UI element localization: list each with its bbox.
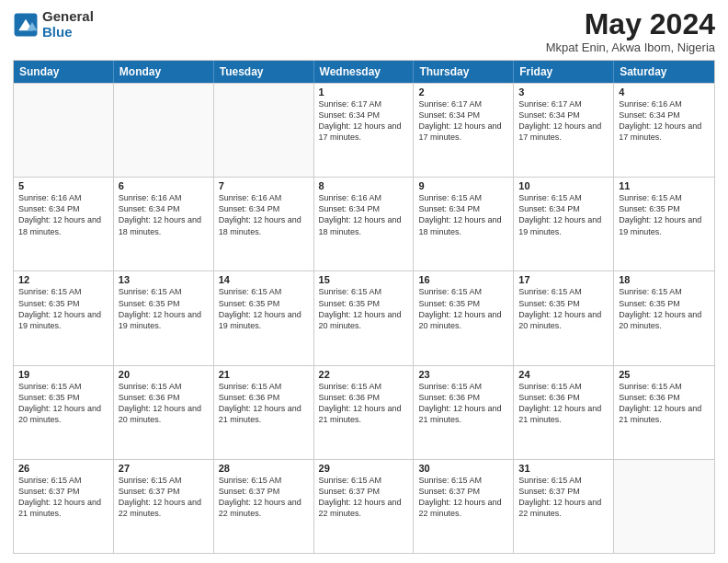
calendar-cell-2: 2Sunrise: 6:17 AM Sunset: 6:34 PM Daylig…	[414, 84, 514, 177]
day-info: Sunrise: 6:15 AM Sunset: 6:35 PM Dayligh…	[119, 286, 209, 331]
logo-blue: Blue	[42, 25, 94, 40]
day-info: Sunrise: 6:15 AM Sunset: 6:36 PM Dayligh…	[518, 381, 609, 426]
day-number: 14	[219, 274, 309, 285]
day-info: Sunrise: 6:17 AM Sunset: 6:34 PM Dayligh…	[518, 98, 609, 144]
day-number: 6	[119, 180, 209, 191]
day-number: 17	[518, 274, 609, 285]
day-number: 12	[18, 274, 108, 285]
day-number: 31	[518, 463, 609, 474]
calendar-header-saturday: Saturday	[614, 61, 714, 83]
calendar-cell-30: 30Sunrise: 6:15 AM Sunset: 6:37 PM Dayli…	[414, 460, 514, 553]
calendar-cell-20: 20Sunrise: 6:15 AM Sunset: 6:36 PM Dayli…	[114, 366, 214, 459]
logo-icon	[13, 12, 39, 38]
calendar-cell-16: 16Sunrise: 6:15 AM Sunset: 6:35 PM Dayli…	[414, 271, 514, 364]
day-info: Sunrise: 6:16 AM Sunset: 6:34 PM Dayligh…	[619, 98, 710, 144]
calendar-cell-15: 15Sunrise: 6:15 AM Sunset: 6:35 PM Dayli…	[314, 271, 415, 364]
day-info: Sunrise: 6:15 AM Sunset: 6:35 PM Dayligh…	[18, 286, 108, 331]
header-right: May 2024 Mkpat Enin, Akwa Ibom, Nigeria	[546, 9, 715, 54]
logo-general: General	[42, 9, 94, 25]
calendar-cell-21: 21Sunrise: 6:15 AM Sunset: 6:36 PM Dayli…	[214, 366, 314, 459]
calendar-cell-9: 9Sunrise: 6:15 AM Sunset: 6:34 PM Daylig…	[414, 178, 514, 270]
calendar-cell-3: 3Sunrise: 6:17 AM Sunset: 6:34 PM Daylig…	[514, 84, 614, 177]
calendar-cell-19: 19Sunrise: 6:15 AM Sunset: 6:35 PM Dayli…	[14, 366, 114, 459]
day-number: 7	[219, 180, 309, 191]
calendar-cell-empty	[14, 84, 114, 177]
day-info: Sunrise: 6:15 AM Sunset: 6:35 PM Dayligh…	[319, 286, 409, 331]
day-number: 3	[518, 86, 609, 98]
logo: General Blue	[13, 9, 94, 40]
day-number: 29	[319, 463, 409, 474]
day-info: Sunrise: 6:15 AM Sunset: 6:37 PM Dayligh…	[319, 475, 409, 520]
calendar-header-monday: Monday	[114, 61, 214, 83]
day-number: 5	[18, 180, 108, 191]
calendar-header-sunday: Sunday	[14, 61, 114, 83]
day-info: Sunrise: 6:15 AM Sunset: 6:35 PM Dayligh…	[18, 381, 108, 426]
calendar-cell-13: 13Sunrise: 6:15 AM Sunset: 6:35 PM Dayli…	[114, 271, 214, 364]
day-number: 11	[619, 180, 710, 191]
calendar-cell-1: 1Sunrise: 6:17 AM Sunset: 6:34 PM Daylig…	[314, 84, 415, 177]
calendar-cell-4: 4Sunrise: 6:16 AM Sunset: 6:34 PM Daylig…	[614, 84, 714, 177]
calendar-cell-27: 27Sunrise: 6:15 AM Sunset: 6:37 PM Dayli…	[114, 460, 214, 553]
day-info: Sunrise: 6:15 AM Sunset: 6:34 PM Dayligh…	[518, 192, 609, 237]
calendar-cell-28: 28Sunrise: 6:15 AM Sunset: 6:37 PM Dayli…	[214, 460, 314, 553]
day-number: 25	[619, 369, 710, 380]
day-number: 13	[119, 274, 209, 285]
calendar-row-2: 5Sunrise: 6:16 AM Sunset: 6:34 PM Daylig…	[14, 177, 714, 270]
header: General Blue May 2024 Mkpat Enin, Akwa I…	[13, 9, 715, 54]
calendar-cell-14: 14Sunrise: 6:15 AM Sunset: 6:35 PM Dayli…	[214, 271, 314, 364]
calendar-header-row: SundayMondayTuesdayWednesdayThursdayFrid…	[14, 61, 714, 83]
calendar-header-friday: Friday	[514, 61, 614, 83]
day-info: Sunrise: 6:17 AM Sunset: 6:34 PM Dayligh…	[418, 98, 508, 144]
day-info: Sunrise: 6:15 AM Sunset: 6:36 PM Dayligh…	[119, 381, 209, 426]
calendar-cell-empty	[114, 84, 214, 177]
day-info: Sunrise: 6:15 AM Sunset: 6:37 PM Dayligh…	[418, 475, 508, 520]
day-number: 23	[418, 369, 508, 380]
day-info: Sunrise: 6:16 AM Sunset: 6:34 PM Dayligh…	[119, 192, 209, 237]
day-info: Sunrise: 6:15 AM Sunset: 6:36 PM Dayligh…	[418, 381, 508, 426]
day-info: Sunrise: 6:15 AM Sunset: 6:37 PM Dayligh…	[18, 475, 108, 520]
day-info: Sunrise: 6:15 AM Sunset: 6:36 PM Dayligh…	[619, 381, 710, 426]
day-number: 8	[319, 180, 409, 191]
day-info: Sunrise: 6:15 AM Sunset: 6:35 PM Dayligh…	[619, 286, 710, 331]
calendar-row-1: 1Sunrise: 6:17 AM Sunset: 6:34 PM Daylig…	[14, 83, 714, 177]
day-info: Sunrise: 6:15 AM Sunset: 6:35 PM Dayligh…	[518, 286, 609, 331]
day-number: 28	[219, 463, 309, 474]
calendar-cell-10: 10Sunrise: 6:15 AM Sunset: 6:34 PM Dayli…	[514, 178, 614, 270]
calendar-cell-7: 7Sunrise: 6:16 AM Sunset: 6:34 PM Daylig…	[214, 178, 314, 270]
day-info: Sunrise: 6:15 AM Sunset: 6:35 PM Dayligh…	[619, 192, 710, 237]
calendar-cell-29: 29Sunrise: 6:15 AM Sunset: 6:37 PM Dayli…	[314, 460, 415, 553]
page: General Blue May 2024 Mkpat Enin, Akwa I…	[0, 0, 728, 563]
day-info: Sunrise: 6:15 AM Sunset: 6:36 PM Dayligh…	[319, 381, 409, 426]
day-number: 18	[619, 274, 710, 285]
day-info: Sunrise: 6:16 AM Sunset: 6:34 PM Dayligh…	[319, 192, 409, 237]
calendar-row-4: 19Sunrise: 6:15 AM Sunset: 6:35 PM Dayli…	[14, 365, 714, 459]
calendar-header-tuesday: Tuesday	[214, 61, 314, 83]
day-info: Sunrise: 6:15 AM Sunset: 6:37 PM Dayligh…	[219, 475, 309, 520]
calendar-cell-26: 26Sunrise: 6:15 AM Sunset: 6:37 PM Dayli…	[14, 460, 114, 553]
day-number: 20	[119, 369, 209, 380]
day-info: Sunrise: 6:15 AM Sunset: 6:37 PM Dayligh…	[119, 475, 209, 520]
calendar-cell-23: 23Sunrise: 6:15 AM Sunset: 6:36 PM Dayli…	[414, 366, 514, 459]
day-info: Sunrise: 6:15 AM Sunset: 6:37 PM Dayligh…	[518, 475, 609, 520]
day-number: 30	[418, 463, 508, 474]
calendar-cell-24: 24Sunrise: 6:15 AM Sunset: 6:36 PM Dayli…	[514, 366, 614, 459]
day-number: 1	[319, 86, 409, 98]
day-number: 22	[319, 369, 409, 380]
day-info: Sunrise: 6:15 AM Sunset: 6:34 PM Dayligh…	[418, 192, 508, 237]
location: Mkpat Enin, Akwa Ibom, Nigeria	[546, 40, 715, 54]
calendar-header-thursday: Thursday	[414, 61, 514, 83]
day-number: 21	[219, 369, 309, 380]
day-number: 9	[418, 180, 508, 191]
calendar: SundayMondayTuesdayWednesdayThursdayFrid…	[13, 60, 715, 554]
calendar-cell-25: 25Sunrise: 6:15 AM Sunset: 6:36 PM Dayli…	[614, 366, 714, 459]
calendar-cell-empty	[614, 460, 714, 553]
calendar-cell-31: 31Sunrise: 6:15 AM Sunset: 6:37 PM Dayli…	[514, 460, 614, 553]
logo-text: General Blue	[42, 9, 94, 40]
day-number: 2	[418, 86, 508, 98]
calendar-cell-empty	[214, 84, 314, 177]
day-number: 16	[418, 274, 508, 285]
calendar-cell-6: 6Sunrise: 6:16 AM Sunset: 6:34 PM Daylig…	[114, 178, 214, 270]
day-info: Sunrise: 6:15 AM Sunset: 6:35 PM Dayligh…	[219, 286, 309, 331]
day-number: 10	[518, 180, 609, 191]
calendar-cell-18: 18Sunrise: 6:15 AM Sunset: 6:35 PM Dayli…	[614, 271, 714, 364]
